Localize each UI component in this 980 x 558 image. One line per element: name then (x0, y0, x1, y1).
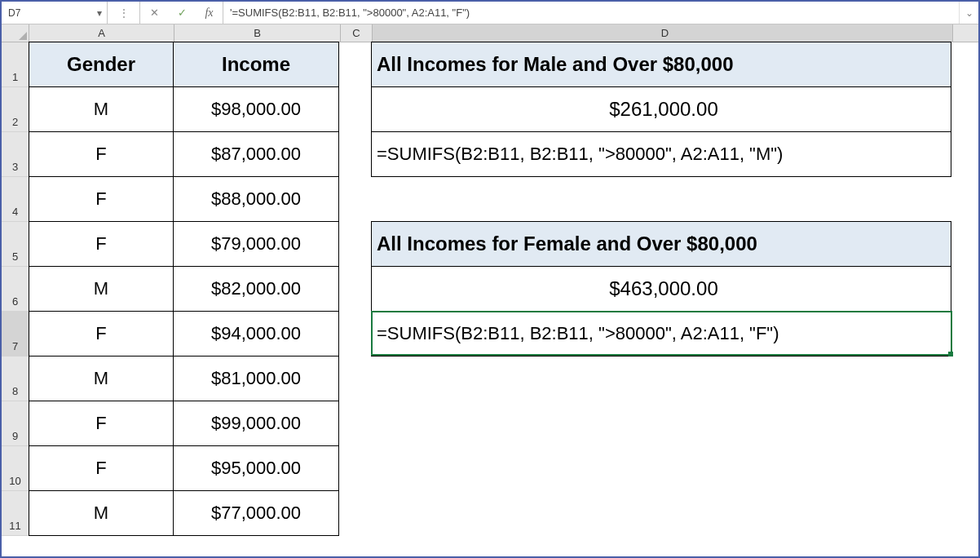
cell-A7[interactable]: F (29, 311, 174, 356)
cell-B5[interactable]: $79,000.00 (173, 221, 339, 267)
expand-formula-icon[interactable]: ⌄ (959, 2, 978, 24)
cell-A9[interactable]: F (29, 401, 174, 446)
cell-D6[interactable]: $463,000.00 (371, 266, 951, 312)
cell-C4[interactable] (339, 177, 371, 222)
cell-A10[interactable]: F (29, 445, 174, 491)
fx-icon[interactable]: fx (196, 2, 223, 24)
cell-B3[interactable]: $87,000.00 (173, 131, 339, 177)
cell-C11[interactable] (339, 491, 371, 536)
cell-C2[interactable] (339, 87, 371, 132)
cancel-icon[interactable]: ✕ (140, 2, 168, 24)
rows: 1 Gender Income All Incomes for Male and… (2, 42, 978, 536)
cell-C8[interactable] (339, 356, 371, 401)
row-header-10[interactable]: 10 (2, 446, 29, 491)
cell-C9[interactable] (339, 401, 371, 446)
cell-D1[interactable]: All Incomes for Male and Over $80,000 (371, 42, 951, 87)
row-header-11[interactable]: 11 (2, 491, 29, 536)
cell-A8[interactable]: M (29, 356, 174, 401)
column-headers: A B C D (2, 24, 978, 42)
cell-C3[interactable] (339, 132, 371, 177)
row-header-8[interactable]: 8 (2, 356, 29, 401)
cell-A2[interactable]: M (29, 86, 174, 132)
cell-D3[interactable]: =SUMIFS(B2:B11, B2:B11, ">80000", A2:A11… (371, 131, 951, 177)
cell-B6[interactable]: $82,000.00 (173, 266, 339, 312)
row-header-7[interactable]: 7 (2, 312, 29, 356)
cell-B4[interactable]: $88,000.00 (173, 176, 339, 222)
row-header-5[interactable]: 5 (2, 222, 29, 267)
cell-A5[interactable]: F (29, 221, 174, 267)
cell-A3[interactable]: F (29, 131, 174, 177)
accept-icon[interactable]: ✓ (168, 2, 196, 24)
cell-A4[interactable]: F (29, 176, 174, 222)
cell-B10[interactable]: $95,000.00 (173, 445, 339, 491)
row-5: 5 F $79,000.00 All Incomes for Female an… (2, 222, 978, 267)
cell-A11[interactable]: M (29, 490, 174, 536)
cell-D10[interactable] (371, 446, 951, 491)
formula-text: '=SUMIFS(B2:B11, B2:B11, ">80000", A2:A1… (230, 7, 470, 19)
row-header-3[interactable]: 3 (2, 132, 29, 177)
col-header-C[interactable]: C (341, 24, 373, 42)
row-11: 11 M $77,000.00 (2, 491, 978, 536)
cell-C5[interactable] (339, 222, 371, 267)
name-box[interactable]: D7 ▾ (2, 2, 108, 24)
row-3: 3 F $87,000.00 =SUMIFS(B2:B11, B2:B11, "… (2, 132, 978, 177)
select-all-corner[interactable] (2, 24, 29, 42)
row-10: 10 F $95,000.00 (2, 446, 978, 491)
cell-B1[interactable]: Income (173, 42, 339, 87)
cell-B8[interactable]: $81,000.00 (173, 356, 339, 401)
col-header-A[interactable]: A (29, 24, 174, 42)
cell-B2[interactable]: $98,000.00 (173, 86, 339, 132)
name-box-value: D7 (8, 7, 20, 19)
chevron-down-icon[interactable]: ▾ (97, 7, 102, 19)
cell-D8[interactable] (371, 356, 951, 401)
formula-bar: D7 ▾ ⋮ ✕ ✓ fx '=SUMIFS(B2:B11, B2:B11, "… (2, 2, 978, 24)
formula-input[interactable]: '=SUMIFS(B2:B11, B2:B11, ">80000", A2:A1… (223, 2, 959, 24)
cell-B7[interactable]: $94,000.00 (173, 311, 339, 356)
row-1: 1 Gender Income All Incomes for Male and… (2, 42, 978, 87)
col-header-D[interactable]: D (373, 24, 953, 42)
cell-C6[interactable] (339, 267, 371, 312)
row-4: 4 F $88,000.00 (2, 177, 978, 222)
row-2: 2 M $98,000.00 $261,000.00 (2, 87, 978, 132)
row-header-4[interactable]: 4 (2, 177, 29, 222)
cell-D9[interactable] (371, 401, 951, 446)
spreadsheet-grid: A B C D 1 Gender Income All Incomes for … (2, 24, 978, 536)
cell-B9[interactable]: $99,000.00 (173, 401, 339, 446)
cell-A6[interactable]: M (29, 266, 174, 312)
cell-D7[interactable]: =SUMIFS(B2:B11, B2:B11, ">80000", A2:A11… (371, 311, 951, 356)
row-header-9[interactable]: 9 (2, 401, 29, 446)
cell-C7[interactable] (339, 312, 371, 356)
cell-B11[interactable]: $77,000.00 (173, 490, 339, 536)
cell-D5[interactable]: All Incomes for Female and Over $80,000 (371, 221, 951, 267)
cell-A1[interactable]: Gender (29, 42, 174, 87)
row-header-1[interactable]: 1 (2, 42, 29, 87)
options-icon[interactable]: ⋮ (108, 2, 140, 24)
row-9: 9 F $99,000.00 (2, 401, 978, 446)
row-6: 6 M $82,000.00 $463,000.00 (2, 267, 978, 312)
cell-D4[interactable] (371, 177, 951, 222)
row-8: 8 M $81,000.00 (2, 356, 978, 401)
row-header-2[interactable]: 2 (2, 87, 29, 132)
row-header-6[interactable]: 6 (2, 267, 29, 312)
cell-C10[interactable] (339, 446, 371, 491)
cell-C1[interactable] (339, 42, 371, 87)
row-7: 7 F $94,000.00 =SUMIFS(B2:B11, B2:B11, "… (2, 312, 978, 356)
cell-D11[interactable] (371, 491, 951, 536)
cell-D2[interactable]: $261,000.00 (371, 86, 951, 132)
col-header-B[interactable]: B (174, 24, 341, 42)
